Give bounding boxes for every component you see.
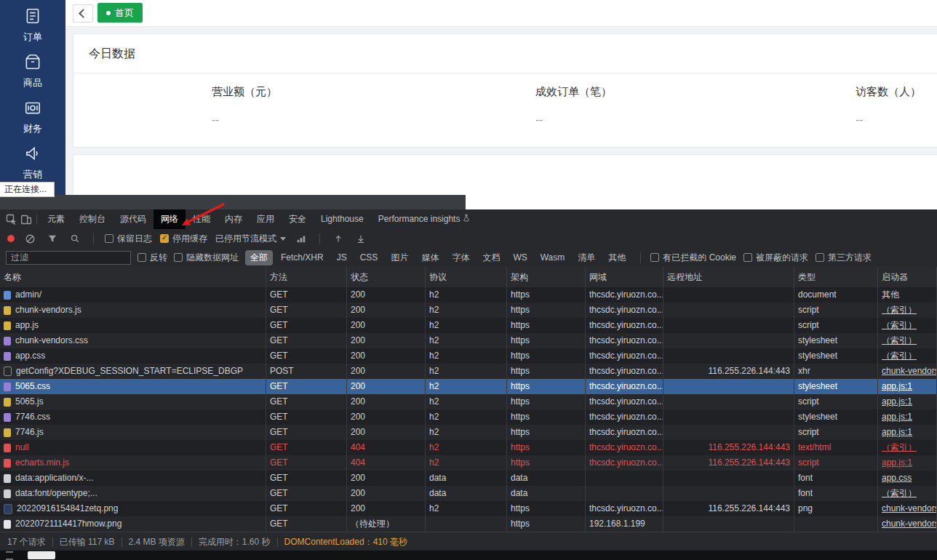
request-initiator[interactable]: （索引）: [882, 305, 917, 315]
filter-chip[interactable]: 图片: [386, 250, 413, 265]
request-initiator[interactable]: app.js:1: [882, 412, 912, 422]
filter-chip[interactable]: CSS: [355, 251, 383, 264]
clear-icon[interactable]: [23, 231, 37, 246]
disable-cache-checkbox[interactable]: [160, 234, 169, 243]
inspect-icon[interactable]: [4, 212, 19, 227]
filter-chip[interactable]: 媒体: [416, 250, 444, 265]
network-request-row[interactable]: 7746.jsGET200h2httpsthcsdc.yiruozn.co...…: [0, 425, 937, 440]
request-initiator[interactable]: chunk-vendors...: [882, 366, 937, 376]
network-request-row[interactable]: data:application/x-...GET200datadatafont…: [0, 471, 937, 486]
column-header[interactable]: 协议: [426, 267, 507, 287]
search-icon[interactable]: [68, 231, 82, 246]
blocked-requests-option[interactable]: 被屏蔽的请求: [743, 252, 808, 264]
sidebar-item-orders[interactable]: 订单: [0, 4, 65, 46]
invert-checkbox[interactable]: [137, 253, 146, 262]
request-initiator[interactable]: app.js:1: [882, 381, 912, 391]
drawer-menu-icon[interactable]: [6, 551, 13, 560]
request-initiator[interactable]: （索引）: [882, 488, 917, 498]
preserve-log-checkbox[interactable]: [105, 234, 113, 243]
filter-chip[interactable]: Wasm: [535, 251, 570, 264]
network-request-row[interactable]: nullGET404h2httpsthcsdc.yiruozn.co...116…: [0, 440, 937, 455]
request-initiator[interactable]: （索引）: [882, 351, 917, 361]
sidebar-item-marketing[interactable]: 营销: [0, 142, 65, 183]
invert-option[interactable]: 反转: [137, 252, 167, 264]
network-request-row[interactable]: 7746.cssGET200h2httpsthcsdc.yiruozn.co..…: [0, 409, 937, 425]
network-request-row[interactable]: admin/GET200h2httpsthcsdc.yiruozn.co...d…: [0, 287, 937, 303]
drawer-tab-chip[interactable]: [28, 551, 55, 559]
filter-chip[interactable]: 文档: [477, 250, 505, 265]
network-request-row[interactable]: 5065.jsGET200h2httpsthcsdc.yiruozn.co...…: [0, 394, 937, 409]
sidebar-item-finance[interactable]: 财务: [0, 96, 65, 137]
network-request-row[interactable]: 20220916154841zetq.pngGET200h2httpsthcsd…: [0, 501, 937, 516]
filter-chip[interactable]: 全部: [245, 250, 273, 265]
column-header[interactable]: 名称: [0, 267, 266, 287]
filter-icon[interactable]: [45, 231, 60, 246]
request-initiator[interactable]: （索引）: [882, 320, 917, 330]
back-button[interactable]: [73, 4, 93, 23]
column-header[interactable]: 状态: [347, 267, 426, 287]
devtools-tab-security[interactable]: 安全: [282, 209, 314, 229]
network-request-row[interactable]: data:font/opentype;...GET200datadatafont…: [0, 486, 937, 501]
filter-chip[interactable]: 清单: [573, 250, 600, 265]
network-request-row[interactable]: chunk-vendors.jsGET200h2httpsthcsdc.yiru…: [0, 303, 937, 318]
column-header[interactable]: 启动器: [878, 267, 937, 287]
request-initiator[interactable]: chunk-vendors...: [882, 503, 937, 513]
tab-home[interactable]: 首页: [97, 3, 143, 23]
devtools-tab-application[interactable]: 应用: [250, 209, 282, 229]
request-method: GET: [266, 425, 347, 440]
filter-chip[interactable]: Fetch/XHR: [276, 251, 329, 264]
devtools-tab-memory[interactable]: 内存: [218, 209, 250, 229]
filter-chip[interactable]: 其他: [603, 250, 631, 265]
request-initiator[interactable]: app.js:1: [882, 457, 912, 468]
devtools-tab-sources[interactable]: 源代码: [113, 209, 153, 229]
network-request-row[interactable]: 20220721114417hmow.pngGET（待处理）https192.1…: [0, 516, 937, 532]
devtools-tab-label: 元素: [47, 209, 65, 229]
devtools-panel: 元素控制台源代码网络性能内存应用安全LighthousePerformance …: [0, 209, 937, 560]
blocked-requests-checkbox[interactable]: [743, 253, 752, 262]
hide-data-urls-option[interactable]: 隐藏数据网址: [174, 252, 239, 264]
import-har-icon[interactable]: [331, 231, 346, 246]
device-toolbar-icon[interactable]: [19, 212, 33, 227]
third-party-requests-checkbox[interactable]: [816, 253, 824, 262]
third-party-requests-option[interactable]: 第三方请求: [816, 252, 872, 264]
filter-chip[interactable]: WS: [508, 251, 532, 264]
network-conditions-icon[interactable]: [294, 231, 308, 246]
preserve-log-option[interactable]: 保留日志: [105, 233, 152, 245]
request-initiator[interactable]: app.js:1: [882, 427, 912, 437]
devtools-tab-elements[interactable]: 元素: [40, 209, 72, 229]
record-button[interactable]: [7, 235, 15, 242]
network-request-row[interactable]: getConfig?XDEBUG_SESSION_START=ECLIPSE_D…: [0, 364, 937, 379]
blocked-cookies-option[interactable]: 有已拦截的 Cookie: [650, 252, 736, 264]
column-header[interactable]: 架构: [507, 267, 586, 287]
request-name: 5065.css: [15, 379, 50, 394]
request-initiator[interactable]: app.js:1: [882, 396, 912, 407]
devtools-tab-lighthouse[interactable]: Lighthouse: [314, 209, 371, 229]
request-initiator[interactable]: app.css: [882, 473, 912, 483]
request-initiator[interactable]: chunk-vendors...: [882, 519, 937, 529]
network-request-row[interactable]: app.cssGET200h2httpsthcsdc.yiruozn.co...…: [0, 348, 937, 364]
filter-chip[interactable]: 字体: [447, 250, 474, 265]
network-request-row[interactable]: echarts.min.jsGET404h2httpsthcsdc.yiruoz…: [0, 455, 937, 471]
column-header[interactable]: 方法: [266, 267, 347, 287]
request-protocol: h2: [426, 394, 507, 409]
disable-cache-option[interactable]: 停用缓存: [160, 233, 207, 245]
network-request-row[interactable]: chunk-vendors.cssGET200h2httpsthcsdc.yir…: [0, 333, 937, 348]
throttling-select[interactable]: 已停用节流模式: [215, 233, 286, 245]
devtools-tab-console[interactable]: 控制台: [72, 209, 113, 229]
blocked-cookies-checkbox[interactable]: [650, 253, 659, 262]
column-header[interactable]: 远程地址: [663, 267, 794, 287]
hide-data-urls-checkbox[interactable]: [174, 253, 183, 262]
column-header[interactable]: 网域: [586, 267, 663, 287]
filter-input[interactable]: [6, 251, 131, 265]
request-initiator[interactable]: （索引）: [882, 335, 917, 345]
devtools-tab-performance-insights[interactable]: Performance insights: [371, 209, 478, 229]
sidebar-item-goods[interactable]: 商品: [0, 50, 65, 92]
network-request-row[interactable]: 5065.cssGET200h2httpsthcsdc.yiruozn.co..…: [0, 379, 937, 394]
network-request-row[interactable]: app.jsGET200h2httpsthcsdc.yiruozn.co...s…: [0, 318, 937, 333]
export-har-icon[interactable]: [354, 231, 368, 246]
request-initiator[interactable]: （索引）: [882, 442, 917, 452]
devtools-tab-network[interactable]: 网络: [153, 209, 186, 229]
devtools-tab-performance[interactable]: 性能: [186, 209, 218, 229]
column-header[interactable]: 类型: [794, 267, 878, 287]
filter-chip[interactable]: JS: [332, 251, 352, 264]
